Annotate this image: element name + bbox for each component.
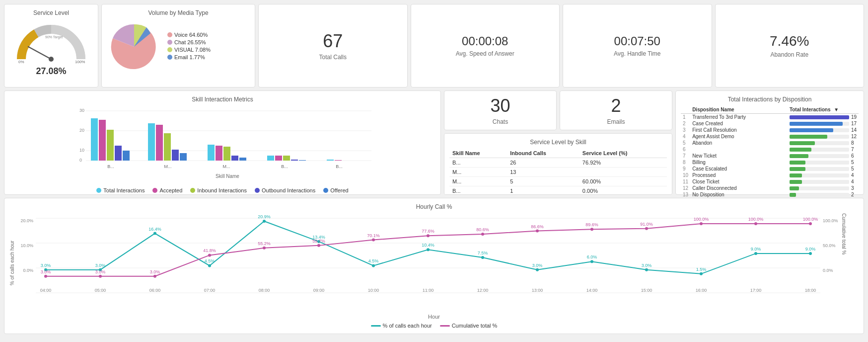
total-calls-label: Total Calls [319,54,347,61]
skill-row-sl [579,168,667,177]
cumul-pct-line [440,325,450,327]
svg-text:3.0%: 3.0% [642,263,652,268]
svg-text:3.0%: 3.0% [150,269,160,274]
chat-label: Chat 26.55% [174,39,206,45]
service-level-card: Service Level 0% 100% 90% Target [4,4,98,87]
disp-row-name: Abandon [690,140,788,146]
svg-rect-19 [148,123,155,161]
disp-row-bar: 6 [788,153,859,159]
pie-chart [107,19,161,74]
legend-inbound: Inbound Interactions [190,187,247,193]
svg-point-69 [427,248,430,251]
voice-label: Voice 64.60% [174,32,208,38]
total-calls-value: 67 [323,31,343,52]
svg-rect-21 [164,133,171,161]
svg-text:15:00: 15:00 [641,288,652,293]
svg-text:3.0%: 3.0% [41,263,51,268]
svg-rect-38 [335,160,342,161]
service-level-skill-title: Service Level by Skill [449,139,667,146]
svg-text:100.0%: 100.0% [748,217,764,222]
svg-text:7.5%: 7.5% [478,251,488,256]
disp-row-name: Processed [690,172,788,178]
svg-point-75 [536,268,539,271]
svg-point-101 [263,247,266,250]
right-stack: 30 Chats 2 Emails Service Level by Skill… [444,90,672,195]
visual-dot [167,47,172,52]
skill-legend: Total Interactions Accepted Inbound Inte… [9,187,435,193]
col-inbound: Inbound Calls [507,149,579,158]
svg-rect-35 [299,160,306,161]
chat-dot [167,40,172,45]
svg-text:B...: B... [281,164,288,169]
y-label-cumul: Cumulative total % [841,213,847,313]
disp-row-name: Agent Assist Demo [690,133,788,140]
disp-row-value: 19 [851,114,857,120]
disp-row-bar: 19 [788,114,859,121]
hourly-chart-container: % of calls each hour 20.0% 10.0% 0.0% 3.… [9,213,859,313]
svg-point-60 [263,220,266,223]
volume-title: Volume by Media Type [107,9,250,16]
svg-point-105 [372,239,375,242]
svg-rect-16 [115,146,122,161]
svg-text:4.5%: 4.5% [205,258,215,263]
svg-text:M...: M... [223,164,230,169]
gauge-container: 0% 100% 90% Target 27.08% [9,19,93,77]
svg-text:04:00: 04:00 [40,288,52,293]
hourly-line-chart: 3.0%04:003.0%05:0016.4%06:004.5%07:0020.… [36,213,820,313]
disp-row-value: 8 [851,140,854,146]
svg-point-103 [317,244,320,247]
svg-text:3.0%: 3.0% [532,263,543,268]
abandon-rate-value: 7.46% [770,33,809,49]
offered-dot [323,188,328,193]
x-axis-label: Hour [9,314,859,320]
svg-point-66 [372,264,375,267]
disp-row-name: Billing [690,159,788,166]
hourly-card: Hourly Call % % of calls each hour 20.0%… [4,198,864,334]
legend-chat: Chat 26.55% [167,39,211,45]
disp-row-bar: 4 [788,172,859,178]
disp-row-value: 6 [851,153,854,159]
svg-text:100.0%: 100.0% [803,217,818,222]
offered-label: Offered [330,187,349,193]
svg-point-117 [700,222,703,225]
skill-row-name: M... [449,177,507,186]
svg-rect-23 [180,153,187,161]
svg-text:18:00: 18:00 [805,288,816,293]
disp-row-value: 5 [851,166,854,171]
disp-row-value: 3 [851,185,854,191]
svg-text:80.6%: 80.6% [476,227,489,232]
emails-label: Emails [607,118,625,125]
disp-row-value: 5 [851,160,854,165]
legend-total: Total Interactions [96,187,145,193]
svg-rect-17 [123,151,130,161]
svg-text:3.0%: 3.0% [41,269,51,274]
emails-card: 2 Emails [560,90,672,130]
svg-point-95 [99,275,102,278]
avg-handle-value: 00:07:50 [614,34,660,48]
svg-text:91.0%: 91.0% [640,222,653,227]
svg-text:B...: B... [336,164,343,169]
svg-rect-27 [223,147,230,161]
volume-card: Volume by Media Type Voice 64.60% [101,4,255,87]
total-label: Total Interactions [103,187,145,193]
svg-text:16.4%: 16.4% [148,227,161,232]
disp-row-name: Caller Disconnected [690,185,788,191]
svg-text:86.6%: 86.6% [531,224,544,229]
svg-text:11:00: 11:00 [423,288,434,293]
abandon-rate-label: Abandon Rate [770,51,808,58]
legend-calls-pct: % of calls each hour [371,323,432,329]
disp-row-name: Case Created [690,120,788,127]
disp-row-num: 11 [681,178,690,185]
svg-rect-20 [156,125,163,161]
skill-row-inbound: 26 [507,158,579,168]
svg-text:10.0%: 10.0% [20,243,33,248]
svg-text:0: 0 [79,158,82,163]
voice-dot [167,32,172,37]
legend-cumul-pct: Cumulative total % [440,323,498,329]
svg-rect-26 [216,146,222,161]
svg-text:0%: 0% [18,60,24,64]
total-calls-card: 67 Total Calls [258,4,408,87]
legend-voice: Voice 64.60% [167,32,211,38]
disp-row-bar: 7 [788,146,859,153]
svg-text:41.8%: 41.8% [203,248,216,253]
